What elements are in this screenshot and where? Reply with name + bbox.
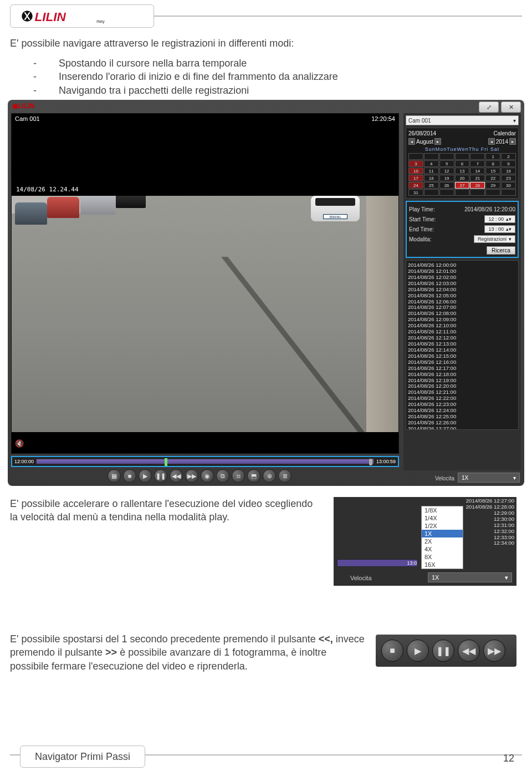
cal-day[interactable] — [470, 153, 485, 160]
cal-day[interactable]: 10 — [408, 168, 423, 174]
cal-day[interactable]: 5 — [439, 160, 454, 167]
pause-button[interactable]: ❚❚ — [432, 640, 454, 662]
year-prev[interactable]: ◂ — [488, 138, 495, 145]
search-button[interactable]: Ricerca — [487, 246, 515, 255]
cal-day[interactable]: 17 — [408, 175, 423, 181]
speed-option[interactable]: 1/4X — [422, 514, 463, 522]
start-time-input[interactable]: 12 : 00▴▾ — [484, 215, 515, 223]
cal-day[interactable]: 18 — [424, 175, 439, 181]
timeline-cursor[interactable] — [165, 458, 167, 466]
cal-day[interactable]: 14 — [470, 168, 485, 174]
cal-day[interactable] — [455, 189, 470, 196]
speed-option[interactable]: 2X — [422, 537, 463, 545]
speed-option[interactable]: 1/8X — [422, 506, 463, 514]
cal-day[interactable]: 20 — [455, 175, 470, 181]
speed-select[interactable]: 1X▾ — [458, 473, 520, 483]
cal-day[interactable]: 29 — [485, 182, 500, 189]
cal-day[interactable] — [439, 153, 454, 160]
month-next[interactable]: ▸ — [434, 138, 441, 145]
speed-option[interactable]: 1X — [422, 530, 463, 537]
cal-day[interactable]: 28 — [470, 182, 485, 189]
cal-day[interactable] — [424, 153, 439, 160]
cal-day[interactable] — [485, 189, 500, 196]
cal-day[interactable]: 25 — [424, 182, 439, 189]
cal-day[interactable]: 8 — [485, 160, 500, 167]
recording-item[interactable]: 2014/08/26 12:05:00 — [408, 293, 516, 299]
recording-item[interactable]: 2014/08/26 12:18:00 — [408, 372, 516, 378]
cal-day[interactable] — [455, 153, 470, 160]
camera-select[interactable]: Cam 001▾ — [406, 115, 519, 125]
end-time-input[interactable]: 13 : 00▴▾ — [484, 225, 515, 233]
cal-day[interactable]: 2 — [501, 153, 516, 160]
cal-day[interactable]: 26 — [439, 182, 454, 189]
mode-select[interactable]: Registrazioni▾ — [474, 235, 515, 243]
cal-day[interactable]: 4 — [424, 160, 439, 167]
timeline[interactable]: 12:00:00 13:00:59 — [11, 456, 399, 467]
play-button[interactable]: ▶ — [139, 469, 152, 483]
recording-item[interactable]: 2014/08/26 12:27:00 — [408, 426, 516, 430]
year-next[interactable]: ▸ — [509, 138, 516, 145]
grid-button[interactable]: ▦ — [108, 469, 121, 483]
stop-button[interactable]: ■ — [123, 469, 136, 483]
record-button[interactable]: ◉ — [201, 469, 214, 483]
month-prev[interactable]: ◂ — [408, 138, 415, 145]
cal-day[interactable]: 27 — [455, 182, 470, 189]
cal-day[interactable]: 30 — [501, 182, 516, 189]
cal-day[interactable]: 6 — [455, 160, 470, 167]
cal-day[interactable] — [470, 189, 485, 196]
cal-day[interactable]: 16 — [501, 168, 516, 174]
cal-day[interactable]: 1 — [485, 153, 500, 160]
forward-button[interactable]: ▶▶ — [483, 640, 505, 662]
bullet-1: Spostando il cursore nella barra tempora… — [59, 57, 247, 70]
cal-day[interactable]: 23 — [501, 175, 516, 181]
mute-icon[interactable]: 🔇 — [15, 439, 24, 448]
layout-button[interactable]: ⬒ — [247, 469, 260, 483]
cal-day[interactable]: 9 — [501, 160, 516, 167]
recording-item[interactable]: 2014/08/26 12:04:00 — [408, 287, 516, 293]
app-logo: ◉LILIN — [12, 102, 34, 110]
speed-option[interactable]: 4X — [422, 545, 463, 553]
export-button[interactable]: ⧈ — [232, 469, 245, 483]
bullet-2: Inserendo l'orario di inizio e di fine d… — [59, 70, 338, 83]
fullscreen-button[interactable]: ⤢ — [479, 102, 499, 113]
cal-day[interactable] — [424, 189, 439, 196]
cal-day[interactable]: 31 — [408, 189, 423, 196]
cal-day[interactable] — [439, 189, 454, 196]
snapshot-button[interactable]: ⧉ — [216, 469, 229, 483]
cal-day[interactable] — [408, 153, 423, 160]
cal-day[interactable]: 13 — [455, 168, 470, 174]
cal-day[interactable]: 19 — [439, 175, 454, 181]
cal-day[interactable]: 24 — [408, 182, 423, 189]
cal-day[interactable]: 22 — [485, 175, 500, 181]
close-button[interactable]: ✕ — [501, 102, 521, 113]
cal-day[interactable]: 12 — [439, 168, 454, 174]
speed-option[interactable]: 1/2X — [422, 522, 463, 530]
stop-button[interactable]: ■ — [381, 640, 403, 662]
timeline-start: 12:00:00 — [14, 459, 34, 464]
cal-day[interactable]: 11 — [424, 168, 439, 174]
cal-day[interactable]: 7 — [470, 160, 485, 167]
play-button[interactable]: ▶ — [407, 640, 429, 662]
speed-option[interactable]: 16X — [422, 561, 463, 569]
speed-option[interactable]: 8X — [422, 553, 463, 561]
cal-day[interactable]: 21 — [470, 175, 485, 181]
list-button[interactable]: ≣ — [278, 469, 291, 483]
timeline-bar[interactable] — [36, 459, 374, 464]
pause-button[interactable]: ❚❚ — [154, 469, 167, 483]
sidebar: Cam 001▾ 26/08/2014 Calendar ◂August▸ ◂2… — [403, 113, 521, 470]
forward-button[interactable]: ▶▶ — [185, 469, 198, 483]
rewind-button[interactable]: ◀◀ — [458, 640, 480, 662]
mini-speed-select[interactable]: 1X▾ — [428, 572, 512, 582]
recording-item[interactable]: 2014/08/26 12:17:00 — [408, 366, 516, 372]
camera-label: Cam 001 — [15, 115, 40, 122]
cal-day[interactable]: 3 — [408, 160, 423, 167]
mini-timeline[interactable] — [337, 559, 418, 567]
zoom-button[interactable]: ⊕ — [263, 469, 276, 483]
rewind-button[interactable]: ◀◀ — [170, 469, 183, 483]
cal-day[interactable]: 15 — [485, 168, 500, 174]
chevron-down-icon: ▾ — [513, 118, 516, 124]
speed-menu[interactable]: 1/8X1/4X1/2X1X2X4X8X16X — [421, 506, 463, 569]
timeline-handle[interactable] — [369, 459, 372, 465]
recording-list[interactable]: 2014/08/26 12:00:002014/08/26 12:01:0020… — [406, 260, 519, 430]
cal-day[interactable] — [501, 189, 516, 196]
